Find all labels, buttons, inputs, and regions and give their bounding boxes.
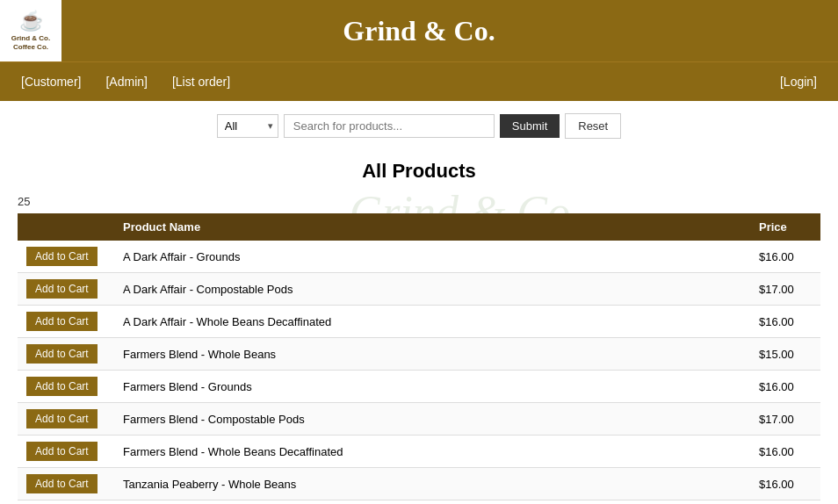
table-header-row: Product Name Price	[18, 213, 820, 241]
col-header-product-name: Product Name	[114, 213, 750, 241]
list-order-link[interactable]: [List order]	[169, 64, 234, 99]
nav-links: [Customer] [Admin] [List order]	[18, 64, 234, 99]
table-cell-product-name: Farmers Blend - Grounds	[114, 371, 750, 403]
table-cell-product-name: Tanzania Peaberry - Whole Beans	[114, 468, 750, 500]
table-cell-price: $17.00	[750, 500, 820, 505]
customer-link[interactable]: [Customer]	[18, 64, 84, 99]
logo-icon: ☕	[19, 10, 43, 32]
login-link[interactable]: [Login]	[777, 64, 820, 99]
table-cell-price: $16.00	[750, 371, 820, 403]
search-input[interactable]	[284, 114, 495, 138]
table-row: Add to CartFarmers Blend - Whole Beans$1…	[18, 338, 820, 371]
table-cell-product-name: Farmers Blend - Compostable Pods	[114, 403, 750, 436]
table-cell-action: Add to Cart	[18, 371, 114, 403]
page-title: All Products	[18, 160, 820, 183]
logo[interactable]: ☕ Grind & Co. Coffee Co.	[0, 0, 61, 61]
add-to-cart-button[interactable]: Add to Cart	[26, 409, 98, 428]
table-row: Add to CartA Dark Affair - Whole Beans D…	[18, 306, 820, 338]
table-cell-price: $16.00	[750, 436, 820, 468]
logo-subtitle: Coffee Co.	[13, 43, 48, 52]
table-cell-action: Add to Cart	[18, 241, 114, 273]
add-to-cart-button[interactable]: Add to Cart	[26, 279, 98, 299]
table-cell-price: $17.00	[750, 403, 820, 436]
admin-link[interactable]: [Admin]	[102, 64, 150, 99]
search-bar: All ▾ Submit Reset	[0, 101, 838, 151]
table-cell-action: Add to Cart	[18, 468, 114, 500]
add-to-cart-button[interactable]: Add to Cart	[26, 344, 98, 364]
navbar: [Customer] [Admin] [List order] [Login]	[0, 61, 838, 101]
table-cell-product-name: A Dark Affair - Whole Beans Decaffinated	[114, 306, 750, 338]
table-cell-price: $16.00	[750, 306, 820, 338]
reset-button[interactable]: Reset	[565, 113, 621, 139]
table-row: Add to CartFarmers Blend - Compostable P…	[18, 403, 820, 436]
table-cell-price: $17.00	[750, 273, 820, 306]
site-title: Grind & Co.	[343, 15, 495, 47]
table-row: Add to CartA Dark Affair - Grounds$16.00	[18, 241, 820, 273]
table-cell-product-name: A Dark Affair - Grounds	[114, 241, 750, 273]
add-to-cart-button[interactable]: Add to Cart	[26, 247, 98, 266]
table-row: Add to CartFarmers Blend - Grounds$16.00	[18, 371, 820, 403]
table-cell-action: Add to Cart	[18, 500, 114, 505]
add-to-cart-button[interactable]: Add to Cart	[26, 474, 98, 493]
add-to-cart-button[interactable]: Add to Cart	[26, 312, 98, 331]
add-to-cart-button[interactable]: Add to Cart	[26, 442, 98, 461]
nav-right: [Login]	[777, 75, 820, 89]
submit-button[interactable]: Submit	[500, 114, 560, 138]
category-select[interactable]: All	[217, 114, 278, 138]
table-row: Add to CartFarmers Blend - Whole Beans D…	[18, 436, 820, 468]
logo-text: Grind & Co.	[11, 34, 50, 43]
table-row: Add to CartTanzania Peaberry - Grounds$1…	[18, 500, 820, 505]
table-cell-product-name: A Dark Affair - Compostable Pods	[114, 273, 750, 306]
table-row: Add to CartTanzania Peaberry - Whole Bea…	[18, 468, 820, 500]
table-cell-action: Add to Cart	[18, 306, 114, 338]
table-cell-action: Add to Cart	[18, 436, 114, 468]
add-to-cart-button[interactable]: Add to Cart	[26, 377, 98, 396]
product-count: 25	[18, 195, 820, 208]
search-select-wrapper: All ▾	[217, 114, 278, 138]
table-cell-action: Add to Cart	[18, 403, 114, 436]
col-header-price: Price	[750, 213, 820, 241]
table-cell-price: $16.00	[750, 468, 820, 500]
table-cell-action: Add to Cart	[18, 273, 114, 306]
table-cell-product-name: Tanzania Peaberry - Grounds	[114, 500, 750, 505]
col-header-action	[18, 213, 114, 241]
table-cell-price: $16.00	[750, 241, 820, 273]
table-cell-product-name: Farmers Blend - Whole Beans Decaffinated	[114, 436, 750, 468]
table-cell-price: $15.00	[750, 338, 820, 371]
page-content: Grind & Co. All Products 25 Product Name…	[0, 160, 838, 504]
table-cell-product-name: Farmers Blend - Whole Beans	[114, 338, 750, 371]
table-cell-action: Add to Cart	[18, 338, 114, 371]
table-row: Add to CartA Dark Affair - Compostable P…	[18, 273, 820, 306]
products-table: Product Name Price Add to CartA Dark Aff…	[18, 213, 820, 504]
header: ☕ Grind & Co. Coffee Co. Grind & Co.	[0, 0, 838, 61]
